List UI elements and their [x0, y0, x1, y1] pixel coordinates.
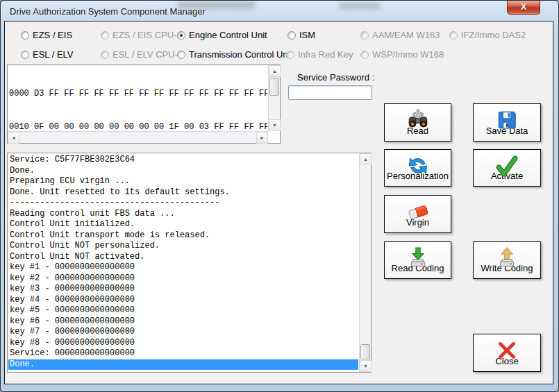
radio-aam-eam-w163: AAM/EAM W163 [360, 30, 440, 40]
log-line[interactable]: ----------------------------------------… [8, 198, 358, 209]
log-line[interactable]: Done. Unit resetted to its default setti… [8, 187, 358, 198]
radio-circle-icon [21, 31, 29, 40]
radio-infra-red-key: Infra Red Key [286, 49, 353, 60]
radio-engine-control-unit[interactable]: Engine Control Unit [177, 30, 267, 40]
hex-line: 0010 0F 00 00 00 00 00 00 00 00 1F 00 03… [9, 121, 267, 132]
radio-transmission-control-unit[interactable]: Transmission Control Unit [177, 49, 292, 60]
log-lines: Service: C5F77FBE302E3C64Done.Preparing … [8, 155, 358, 371]
binoculars-icon [406, 108, 430, 132]
hex-dump-viewer[interactable]: 0000 D3 FF FF FF FF FF FF FF FF FF FF FF… [7, 65, 281, 144]
log-line[interactable]: key #4 - 0000000000000000 [8, 295, 358, 306]
service-password-label: Service Password : [297, 72, 374, 83]
save-data-button[interactable]: Save Data [473, 103, 541, 142]
hex-vertical-scrollbar[interactable]: ▲ ▼ [268, 65, 280, 131]
virgin-button[interactable]: Virgin [384, 195, 451, 233]
log-line[interactable]: Reading control unit FBS data ... [8, 209, 358, 220]
radio-circle-icon [177, 31, 185, 40]
radio-circle-icon [286, 51, 294, 59]
radio-circle-icon [21, 51, 29, 59]
radio-wsp-immo-w168: WSP/Immo W168 [360, 49, 444, 60]
scroll-left-icon[interactable]: ◄ [8, 132, 19, 144]
redacted-watermark [178, 1, 256, 9]
titlebar[interactable]: Drive Authorization System Component Man… [1, 1, 558, 21]
radio-circle-icon [287, 31, 296, 40]
radio-ezs-eis[interactable]: EZS / EIS [21, 30, 72, 40]
radio-label: ISM [299, 30, 315, 40]
radio-circle-icon [360, 51, 369, 59]
close-button[interactable]: Close [473, 334, 541, 372]
radio-label: Infra Red Key [298, 49, 353, 60]
log-line[interactable]: key #5 - 0000000000000000 [8, 305, 358, 316]
scroll-right-icon[interactable]: ► [256, 132, 268, 144]
scroll-down-icon[interactable]: ▼ [269, 119, 281, 131]
radio-label: EZS / EIS CPU-2 [112, 30, 182, 40]
green-check-icon [495, 154, 519, 178]
log-viewer[interactable]: Service: C5F77FBE302E3C64Done.Preparing … [7, 153, 372, 373]
refresh-arrows-icon [406, 154, 430, 178]
radio-ezs-eis-cpu2: EZS / EIS CPU-2 [101, 30, 182, 40]
radio-label: ESL / ELV [33, 49, 74, 60]
log-line[interactable]: Control Unit NOT personalized. [8, 241, 358, 252]
eraser-icon [406, 200, 430, 223]
personalization-button[interactable]: Personalization [384, 149, 451, 187]
scroll-up-icon[interactable]: ▲ [360, 153, 372, 165]
log-line[interactable]: Preparing ECU virgin ... [8, 176, 358, 187]
activate-button[interactable]: Activate [473, 149, 541, 187]
log-line[interactable]: Control Unit initialized. [8, 219, 358, 230]
floppy-disk-icon [495, 108, 519, 132]
scroll-down-icon[interactable]: ▼ [360, 360, 372, 372]
log-line[interactable]: Done. [8, 359, 358, 370]
radio-ism[interactable]: ISM [287, 30, 315, 40]
dialog-window: Drive Authorization System Component Man… [0, 0, 559, 392]
read-coding-button[interactable]: Read Coding [384, 241, 451, 279]
service-password-input[interactable] [288, 85, 372, 100]
log-scrollbar-thumb[interactable] [360, 344, 370, 359]
hex-scrollbar-thumb[interactable] [269, 78, 279, 96]
radio-label: WSP/Immo W168 [372, 49, 444, 60]
log-vertical-scrollbar[interactable]: ▲ ▼ [359, 153, 371, 372]
scroll-up-icon[interactable]: ▲ [269, 65, 281, 77]
radio-label: IFZ/Immo DAS2 [461, 30, 526, 40]
radio-circle-icon [101, 51, 109, 59]
log-line[interactable]: Done. [8, 166, 358, 177]
radio-label: Transmission Control Unit [189, 49, 292, 60]
dialog-client-area: EZS / EIS EZS / EIS CPU-2 Engine Control… [4, 21, 553, 384]
write-coding-button[interactable]: Write Coding [473, 241, 541, 279]
log-line[interactable]: key #8 - 0000000000000000 [8, 338, 358, 349]
log-line[interactable]: Service: C5F77FBE302E3C64 [8, 155, 358, 166]
radio-label: AAM/EAM W163 [372, 30, 440, 40]
log-line[interactable]: key #1 - 0000000000000000 [8, 262, 358, 273]
window-title: Drive Authorization System Component Man… [10, 6, 206, 17]
log-line[interactable]: key #7 - 0000000000000000 [8, 327, 358, 338]
radio-esl-elv[interactable]: ESL / ELV [21, 49, 74, 60]
hex-dump-lines: 0000 D3 FF FF FF FF FF FF FF FF FF FF FF… [9, 66, 267, 132]
radio-esl-elv-cpu2: ESL / ELV CPU-2 [101, 49, 183, 60]
drive-download-icon [406, 246, 430, 270]
red-x-icon [495, 339, 519, 362]
log-line[interactable]: Control Unit transport mode is released. [8, 230, 358, 241]
radio-circle-icon [177, 51, 185, 59]
log-line[interactable]: Control Unit NOT activated. [8, 252, 358, 263]
radio-label: Engine Control Unit [189, 30, 267, 40]
hex-line: 0000 D3 FF FF FF FF FF FF FF FF FF FF FF… [9, 88, 267, 99]
radio-circle-icon [360, 31, 369, 40]
radio-label: ESL / ELV CPU-2 [112, 49, 183, 60]
log-line[interactable]: Service: 0000000000000000 [8, 348, 358, 359]
radio-circle-icon [101, 31, 109, 40]
radio-ifz-immo-das2: IFZ/Immo DAS2 [449, 30, 526, 40]
radio-label: EZS / EIS [33, 30, 72, 40]
radio-circle-icon [449, 31, 458, 40]
log-line[interactable]: key #6 - 0000000000000000 [8, 316, 358, 327]
close-icon: X [521, 2, 526, 12]
log-line[interactable]: key #2 - 0000000000000000 [8, 273, 358, 284]
close-window-button[interactable]: X [507, 1, 540, 15]
drive-upload-icon [495, 246, 519, 270]
hex-horizontal-scrollbar[interactable]: ◄ ► [8, 131, 268, 143]
log-line[interactable]: key #3 - 0000000000000000 [8, 284, 358, 295]
redacted-watermark [339, 3, 381, 9]
read-button[interactable]: Read [384, 103, 451, 142]
